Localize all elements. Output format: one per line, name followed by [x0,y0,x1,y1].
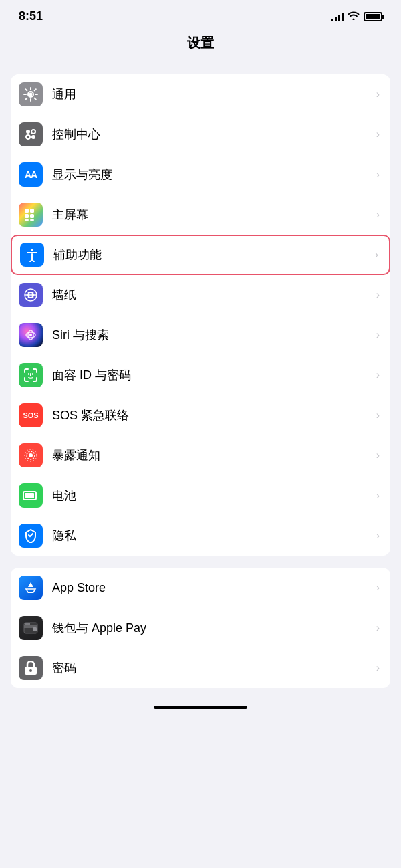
battery-chevron: › [376,490,380,502]
top-divider [0,62,401,62]
general-label: 通用 [52,86,376,102]
wallet-label: 钱包与 Apple Pay [52,620,376,636]
svg-rect-22 [36,494,37,498]
settings-item-wallpaper[interactable]: 墙纸 › [11,275,390,315]
wallet-icon [19,616,43,640]
status-icons [331,11,382,22]
status-bar: 8:51 [0,0,401,29]
appstore-icon [19,576,43,600]
homescreen-chevron: › [376,209,380,221]
exposure-chevron: › [376,449,380,461]
settings-item-general[interactable]: 通用 › [11,74,390,114]
display-label: 显示与亮度 [52,167,376,183]
svg-point-2 [26,130,30,134]
passwords-icon [19,656,43,680]
passwords-chevron: › [376,662,380,674]
svg-point-17 [29,334,32,336]
battery-label: 电池 [52,487,376,504]
svg-point-0 [29,93,33,96]
accessibility-icon [20,243,44,267]
settings-section-2: App Store › 钱包与 Apple Pay › 密码 › [11,568,390,688]
svg-rect-7 [30,209,34,213]
appstore-label: App Store [52,581,376,595]
home-bar [154,706,247,709]
svg-rect-10 [25,219,29,221]
settings-item-passwords[interactable]: 密码 › [11,648,390,688]
settings-item-accessibility[interactable]: 辅助功能 › [11,235,390,275]
settings-item-wallet[interactable]: 钱包与 Apple Pay › [11,608,390,648]
general-icon [19,82,43,106]
settings-item-display[interactable]: AA 显示与亮度 › [11,154,390,195]
sos-label: SOS 紧急联络 [52,407,376,423]
settings-item-controlcenter[interactable]: 控制中心 › [11,114,390,154]
page-title-bar: 设置 [0,29,401,62]
svg-rect-6 [25,209,29,213]
page-title: 设置 [187,35,214,50]
settings-item-privacy[interactable]: 隐私 › [11,516,390,556]
homescreen-label: 主屏幕 [52,207,376,223]
status-time: 8:51 [19,9,43,23]
sos-icon: SOS [19,403,43,427]
passwords-label: 密码 [52,660,376,676]
settings-item-appstore[interactable]: App Store › [11,568,390,608]
battery-settings-icon [19,483,43,508]
faceid-icon [19,363,43,387]
svg-point-18 [29,453,33,457]
svg-point-3 [31,130,35,134]
privacy-label: 隐私 [52,528,376,544]
display-chevron: › [376,169,380,181]
settings-section-1: 通用 › 控制中心 › AA 显示与亮度 › [11,74,390,556]
settings-item-homescreen[interactable]: 主屏幕 › [11,195,390,235]
wallpaper-chevron: › [376,289,380,301]
home-indicator [0,700,401,713]
svg-point-5 [31,135,35,139]
controlcenter-label: 控制中心 [52,126,376,142]
wallpaper-icon [19,283,43,307]
controlcenter-chevron: › [376,128,380,140]
privacy-chevron: › [376,530,380,542]
settings-item-siri[interactable]: Siri 与搜索 › [11,315,390,355]
controlcenter-icon [19,122,43,146]
settings-item-exposure[interactable]: 暴露通知 › [11,435,390,475]
accessibility-chevron: › [375,249,378,261]
wifi-icon [348,11,360,22]
faceid-chevron: › [376,369,380,381]
svg-point-13 [31,249,33,251]
siri-label: Siri 与搜索 [52,327,376,343]
svg-rect-26 [33,627,37,631]
svg-rect-8 [25,214,29,218]
privacy-icon [19,524,43,548]
svg-rect-11 [30,219,34,221]
general-chevron: › [376,88,380,100]
settings-item-faceid[interactable]: 面容 ID 与密码 › [11,355,390,395]
wallet-chevron: › [376,622,380,634]
sos-chevron: › [376,409,380,421]
signal-icon [331,12,344,21]
wallpaper-label: 墙纸 [52,287,376,303]
faceid-label: 面容 ID 与密码 [52,367,376,383]
homescreen-icon [19,203,43,227]
siri-chevron: › [376,329,380,341]
siri-icon [19,323,43,347]
exposure-icon [19,443,43,467]
svg-point-4 [26,135,30,139]
accessibility-label: 辅助功能 [53,247,375,263]
settings-item-battery[interactable]: 电池 › [11,475,390,516]
appstore-chevron: › [376,582,380,594]
battery-icon [364,12,382,21]
svg-rect-23 [25,493,34,498]
display-icon: AA [19,162,43,187]
settings-item-sos[interactable]: SOS SOS 紧急联络 › [11,395,390,435]
svg-rect-9 [30,214,34,218]
exposure-label: 暴露通知 [52,447,376,463]
svg-point-29 [29,669,32,672]
